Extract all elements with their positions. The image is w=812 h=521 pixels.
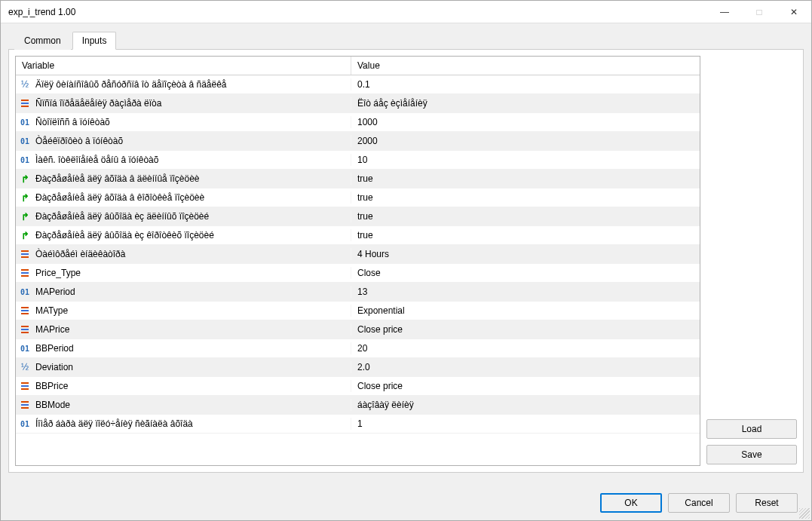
tab-bar: Common Inputs: [14, 32, 804, 50]
int-type-icon: 01: [19, 418, 31, 430]
ok-button[interactable]: OK: [600, 493, 662, 513]
variable-name: Íîìåð áàðà äëÿ ïîëó÷åíèÿ ñèãíàëà âõîäà: [35, 418, 193, 429]
variable-name: Ñïñïá îïðåäåëåíèÿ ðàçìåðà ëïòa: [35, 98, 161, 109]
variable-name: Deviation: [35, 362, 73, 372]
variable-name: Ðàçðåøåíèå äëÿ âõîäà â äëèííûå ïîçèöèè: [35, 173, 200, 184]
value-cell[interactable]: Exponential: [351, 305, 700, 316]
table-row[interactable]: 01BBPeriod20: [16, 339, 700, 358]
value-cell[interactable]: true: [351, 173, 700, 184]
value-cell[interactable]: 0.1: [351, 79, 700, 90]
column-header-value[interactable]: Value: [351, 57, 700, 75]
variable-name: BBPrice: [35, 381, 68, 391]
resize-grip-icon[interactable]: [799, 508, 810, 519]
table-row[interactable]: ↱Ðàçðåøåíèå äëÿ âûõîäà èç äëèííûõ ïîçèöè…: [16, 207, 700, 226]
save-button[interactable]: Save: [706, 445, 797, 464]
value-cell[interactable]: true: [351, 230, 700, 241]
minimize-button[interactable]: —: [707, 1, 742, 23]
load-button[interactable]: Load: [706, 419, 797, 439]
enum-type-icon: [19, 248, 31, 260]
table-row[interactable]: 01Íîìåð áàðà äëÿ ïîëó÷åíèÿ ñèãíàëà âõîäà…: [16, 415, 700, 434]
enum-type-icon: [19, 323, 31, 336]
value-cell[interactable]: 20: [351, 343, 700, 354]
variable-name: Òàéìôðåéì èíäèêàòîðà: [35, 249, 125, 259]
variable-cell: 01Ìàêñ. îòêëîíåíèå öåíû â ïóíêòàõ: [16, 154, 351, 166]
int-type-icon: 01: [19, 342, 31, 354]
tab-inputs[interactable]: Inputs: [72, 32, 117, 50]
enum-type-icon: [19, 380, 31, 392]
value-cell[interactable]: áàçîâàÿ ëèíèÿ: [351, 400, 700, 410]
enum-type-icon: [19, 305, 31, 317]
tab-common[interactable]: Common: [14, 32, 71, 50]
variable-cell: ½Äïëÿ ôèíàíñîâûõ ðåñóðñïâ îò äåïîçèòà â …: [16, 78, 351, 90]
variable-cell: 01Íîìåð áàðà äëÿ ïîëó÷åíèÿ ñèãíàëà âõîäà: [16, 418, 351, 430]
variable-name: Òåéêïðîôèò â ïóíêòàõ: [35, 136, 123, 146]
variable-cell: 01Òåéêïðîôèò â ïóíêòàõ: [16, 135, 351, 147]
bool-type-icon: ↱: [19, 229, 31, 241]
variable-cell: Price_Type: [16, 267, 351, 279]
table-row[interactable]: Ñïñïá îïðåäåëåíèÿ ðàçìåðà ëïòaËîò áåç èç…: [16, 94, 700, 113]
value-cell[interactable]: 2000: [351, 136, 700, 146]
variable-cell: Òàéìôðåéì èíäèêàòîðà: [16, 248, 351, 260]
titlebar: exp_i_trend 1.00 — □ ✕: [1, 1, 811, 23]
grid-rows: ½Äïëÿ ôèíàíñîâûõ ðåñóðñïâ îò äåïîçèòà â …: [16, 75, 700, 465]
table-row[interactable]: 01Òåéêïðîôèò â ïóíêòàõ2000: [16, 132, 700, 151]
variable-cell: MAType: [16, 305, 351, 317]
table-row[interactable]: ↱Ðàçðåøåíèå äëÿ âõîäà â êîðîòêèå ïîçèöèè…: [16, 188, 700, 207]
variable-name: Ñòîïëîññ â ïóíêòàõ: [35, 117, 110, 127]
table-row[interactable]: 01Ñòîïëîññ â ïóíêòàõ1000: [16, 113, 700, 132]
variable-name: Äïëÿ ôèíàíñîâûõ ðåñóðñïâ îò äåïîçèòà â ñ…: [35, 79, 227, 90]
double-type-icon: ½: [19, 78, 31, 90]
value-cell[interactable]: 1000: [351, 117, 700, 127]
double-type-icon: ½: [19, 361, 31, 373]
enum-type-icon: [19, 267, 31, 279]
value-cell[interactable]: true: [351, 211, 700, 222]
variable-name: BBPeriod: [35, 343, 74, 354]
reset-button[interactable]: Reset: [736, 493, 798, 513]
variable-name: Ìàêñ. îòêëîíåíèå öåíû â ïóíêòàõ: [35, 155, 158, 165]
table-row[interactable]: MAPriceClose price: [16, 320, 700, 339]
variable-name: BBMode: [35, 400, 70, 410]
enum-type-icon: [19, 97, 31, 109]
value-cell[interactable]: 13: [351, 287, 700, 297]
bottom-buttons: OK Cancel Reset: [600, 493, 798, 513]
value-cell[interactable]: true: [351, 192, 700, 203]
maximize-button[interactable]: □: [742, 1, 777, 23]
variable-name: MAPeriod: [35, 287, 75, 297]
value-cell[interactable]: 2.0: [351, 362, 700, 372]
window-title: exp_i_trend 1.00: [1, 7, 75, 17]
table-row[interactable]: BBModeáàçîâàÿ ëèíèÿ: [16, 396, 700, 415]
table-row[interactable]: ½Äïëÿ ôèíàíñîâûõ ðåñóðñïâ îò äåïîçèòà â …: [16, 75, 700, 94]
variable-cell: ½Deviation: [16, 361, 351, 373]
bool-type-icon: ↱: [19, 192, 31, 204]
value-cell[interactable]: Close price: [351, 324, 700, 335]
variable-cell: Ñïñïá îïðåäåëåíèÿ ðàçìåðà ëïòa: [16, 97, 351, 109]
value-cell[interactable]: Close: [351, 268, 700, 278]
bool-type-icon: ↱: [19, 210, 31, 222]
close-button[interactable]: ✕: [777, 1, 811, 23]
table-row[interactable]: Òàéìôðåéì èíäèêàòîðà4 Hours: [16, 245, 700, 264]
variable-name: Ðàçðåøåíèå äëÿ âõîäà â êîðîòêèå ïîçèöèè: [35, 192, 204, 203]
int-type-icon: 01: [19, 286, 31, 298]
table-row[interactable]: 01MAPeriod13: [16, 283, 700, 302]
value-cell[interactable]: Close price: [351, 381, 700, 391]
value-cell[interactable]: 4 Hours: [351, 249, 700, 259]
variable-name: Price_Type: [35, 268, 81, 278]
value-cell[interactable]: 10: [351, 155, 700, 165]
variable-cell: ↱Ðàçðåøåíèå äëÿ âõîäà â êîðîòêèå ïîçèöèè: [16, 192, 351, 204]
int-type-icon: 01: [19, 154, 31, 166]
table-row[interactable]: Price_TypeClose: [16, 264, 700, 283]
table-row[interactable]: BBPriceClose price: [16, 377, 700, 396]
variable-name: Ðàçðåøåíèå äëÿ âûõîäà èç êîðîòêèõ ïîçèöè…: [35, 230, 214, 241]
dialog-window: exp_i_trend 1.00 — □ ✕ Common Inputs Var…: [0, 0, 812, 521]
table-row[interactable]: 01Ìàêñ. îòêëîíåíèå öåíû â ïóíêòàõ10: [16, 151, 700, 170]
variable-name: MAType: [35, 305, 68, 316]
column-header-variable[interactable]: Variable: [16, 57, 351, 75]
cancel-button[interactable]: Cancel: [668, 493, 730, 513]
value-cell[interactable]: Ëîò áåç èçìåíåíèÿ: [351, 98, 700, 109]
table-row[interactable]: MATypeExponential: [16, 302, 700, 320]
table-row[interactable]: ↱Ðàçðåøåíèå äëÿ âõîäà â äëèííûå ïîçèöèèt…: [16, 170, 700, 188]
table-row[interactable]: ½Deviation2.0: [16, 358, 700, 377]
value-cell[interactable]: 1: [351, 418, 700, 429]
table-row[interactable]: ↱Ðàçðåøåíèå äëÿ âûõîäà èç êîðîòêèõ ïîçèö…: [16, 226, 700, 245]
content-area: Common Inputs Variable Value ½Äïëÿ ôèíàí…: [1, 23, 811, 520]
